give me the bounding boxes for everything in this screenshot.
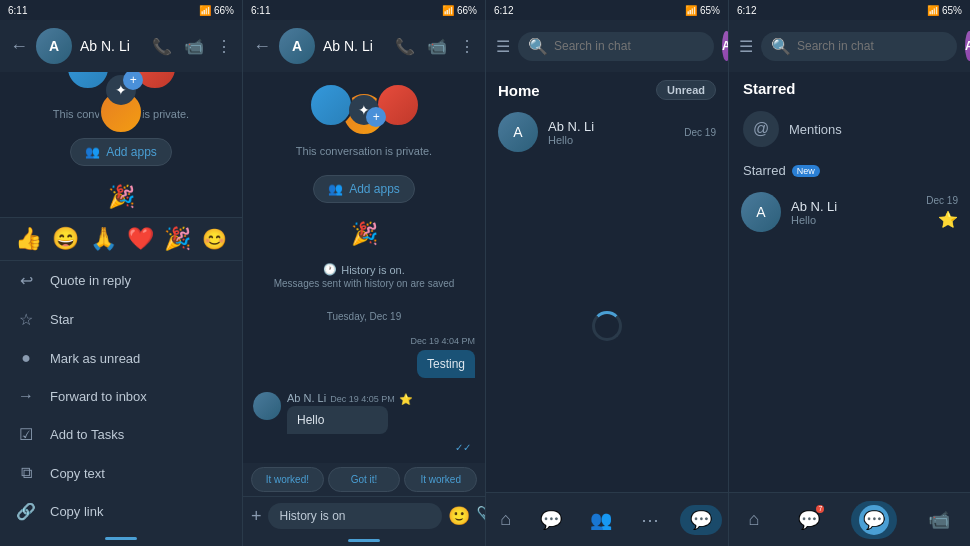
chat-body-p2: ✦ + This conversation is private. 👥 Add … [243, 72, 485, 463]
emoji-thumbsup[interactable]: 👍 [15, 226, 42, 252]
menu-item-unread[interactable]: ● Mark as unread [0, 339, 242, 377]
search-wrapper-p4[interactable]: 🔍 [761, 32, 957, 61]
status-icons-p4: 📶 65% [927, 5, 962, 16]
add-apps-button-p1[interactable]: 👥 Add apps [70, 138, 172, 166]
emoji-pray[interactable]: 🙏 [90, 226, 117, 252]
user-avatar-p3[interactable]: A [722, 31, 729, 61]
filter-button-p3[interactable]: Unread [656, 80, 716, 100]
add-apps-button-p2[interactable]: 👥 Add apps [313, 175, 415, 203]
add-apps-label-p1: Add apps [106, 145, 157, 159]
msg-time-1: Dec 19 4:04 PM [410, 336, 475, 346]
panel-home: 6:12 📶 65% ☰ 🔍 A Home Unread A Ab N. Li … [486, 0, 729, 546]
time-p1: 6:11 [8, 5, 27, 16]
message-input-p2[interactable] [268, 503, 442, 529]
header-actions-p1: 📞 📹 ⋮ [152, 37, 232, 56]
quick-reply-2[interactable]: Got it! [328, 467, 401, 492]
starred-sub-header: Starred New [729, 157, 970, 184]
time-p2: 6:11 [251, 5, 270, 16]
chat-header-p2: ← A Ab N. Li 📞 📹 ⋮ [243, 20, 485, 72]
quick-reply-3[interactable]: It worked [404, 467, 477, 492]
chat-info-p4: Ab N. Li Hello [791, 199, 916, 226]
add-apps-icon-p1: 👥 [85, 145, 100, 159]
back-button-p1[interactable]: ← [10, 36, 28, 57]
menu-label-inbox: Forward to inbox [50, 389, 147, 404]
menu-item-quote[interactable]: ↩ Quote in reply [0, 261, 242, 300]
header-name-p1: Ab N. Li [80, 38, 144, 54]
section-title-p3: Home [498, 82, 540, 99]
group-avatar-2 [66, 72, 110, 90]
mentions-avatar: @ [743, 111, 779, 147]
more-icon-p2[interactable]: ⋮ [459, 37, 475, 56]
chat-list-item-p4[interactable]: A Ab N. Li Hello Dec 19 ⭐ [729, 184, 970, 240]
spinner-circle-p3 [592, 311, 622, 341]
menu-item-copy-link[interactable]: 🔗 Copy link [0, 492, 242, 531]
mentions-label: Mentions [789, 122, 842, 137]
search-input-p4[interactable] [797, 39, 947, 53]
nav-chats-p4[interactable]: 💬 7 [790, 505, 828, 535]
nav-home-p4[interactable]: ⌂ [741, 505, 768, 534]
nav-more-p3[interactable]: ⋯ [633, 505, 667, 535]
chat-badge-p4: 7 [816, 505, 824, 513]
bubble-hello: Hello [287, 406, 388, 434]
back-button-p2[interactable]: ← [253, 36, 271, 57]
emoji-reaction-bar[interactable]: 👍 😄 🙏 ❤️ 🎉 😊 [0, 217, 242, 261]
menu-label-tasks: Add to Tasks [50, 427, 124, 442]
history-subtitle: Messages sent with history on are saved [261, 278, 467, 289]
phone-icon-p2[interactable]: 📞 [395, 37, 415, 56]
menu-item-tasks[interactable]: ☑ Add to Tasks [0, 415, 242, 454]
video-icon-p1[interactable]: 📹 [184, 37, 204, 56]
search-input-p3[interactable] [554, 39, 704, 53]
mentions-row[interactable]: @ Mentions [729, 101, 970, 157]
search-wrapper-p3[interactable]: 🔍 [518, 32, 714, 61]
emoji-input-icon-p2[interactable]: 🙂 [448, 505, 470, 527]
phone-icon-p1[interactable]: 📞 [152, 37, 172, 56]
inbox-icon: → [16, 387, 36, 405]
history-clock-icon: 🕐 [323, 263, 337, 276]
status-bar-p4: 6:12 📶 65% [729, 0, 970, 20]
hamburger-icon-p3[interactable]: ☰ [496, 37, 510, 56]
hamburger-icon-p4[interactable]: ☰ [739, 37, 753, 56]
bubble-testing: Testing [417, 350, 475, 378]
emoji-heart[interactable]: ❤️ [127, 226, 154, 252]
group-add-button[interactable]: + [123, 72, 143, 90]
reaction-p2: 🎉 [253, 221, 475, 247]
video-icon-p2[interactable]: 📹 [427, 37, 447, 56]
starred-sub-label: Starred [743, 163, 786, 178]
nav-people-p3[interactable]: 👥 [582, 505, 620, 535]
unread-icon: ● [16, 349, 36, 367]
group-avatars-p2: ✦ + [253, 92, 475, 127]
new-badge: New [792, 165, 820, 177]
nav-chats-p3[interactable]: 💬 [532, 505, 570, 535]
emoji-smile[interactable]: 😄 [52, 226, 79, 252]
panel-active-chat: 6:11 📶 66% ← A Ab N. Li 📞 📹 ⋮ ✦ + This c… [243, 0, 486, 546]
nav-active-p3[interactable]: 💬 [680, 505, 722, 535]
history-notice: 🕐 History is on. Messages sent with hist… [253, 255, 475, 297]
menu-label-unread: Mark as unread [50, 351, 140, 366]
quick-reply-1[interactable]: It worked! [251, 467, 324, 492]
chat-preview-p4: Hello [791, 214, 916, 226]
msg-time-2: Dec 19 4:05 PM [330, 394, 395, 404]
menu-label-quote: Quote in reply [50, 273, 131, 288]
starred-title: Starred [743, 80, 796, 97]
scroll-indicator-p1 [0, 531, 242, 546]
star-icon-p4: ⭐ [938, 210, 958, 229]
date-divider: Tuesday, Dec 19 [253, 311, 475, 322]
more-icon-p1[interactable]: ⋮ [216, 37, 232, 56]
emoji-custom[interactable]: 😊 [202, 227, 227, 251]
menu-item-inbox[interactable]: → Forward to inbox [0, 377, 242, 415]
at-icon: @ [753, 120, 769, 138]
add-apps-icon-p2: 👥 [328, 182, 343, 196]
menu-item-copy-text[interactable]: ⧉ Copy text [0, 454, 242, 492]
nav-video-p4[interactable]: 📹 [920, 505, 958, 535]
emoji-party[interactable]: 🎉 [164, 226, 191, 252]
status-bar-p1: 6:11 📶 66% [0, 0, 242, 20]
menu-item-star[interactable]: ☆ Star [0, 300, 242, 339]
search-bar-p3: ☰ 🔍 A [486, 20, 728, 72]
chat-avatar-p3: A [498, 112, 538, 152]
attach-icon-p2[interactable]: 📎 [476, 505, 486, 527]
nav-home-p3[interactable]: ⌂ [492, 505, 519, 534]
user-avatar-p4[interactable]: A [965, 31, 970, 61]
plus-icon-p2[interactable]: + [251, 506, 262, 527]
nav-msg-p4[interactable]: 💬 [851, 501, 897, 539]
chat-list-item-p3[interactable]: A Ab N. Li Hello Dec 19 [486, 104, 728, 160]
